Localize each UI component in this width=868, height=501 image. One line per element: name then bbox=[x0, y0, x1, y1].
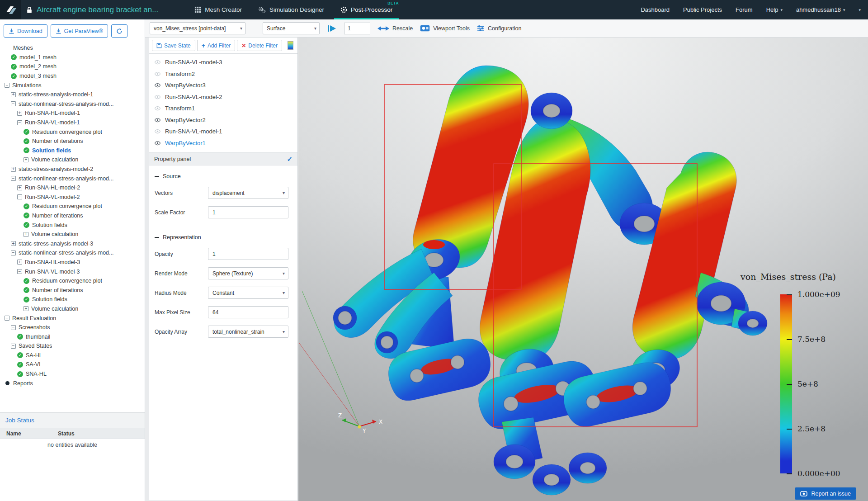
tree-item-run-sna-vl-model-3[interactable]: −Run-SNA-VL-model-3 bbox=[0, 267, 145, 276]
visibility-eye-icon[interactable] bbox=[154, 59, 161, 66]
tree-item-model-2-mesh[interactable]: ✓model_2 mesh bbox=[0, 62, 145, 71]
visibility-eye-icon[interactable] bbox=[154, 128, 161, 135]
tree-item-run-sna-hl-model-3[interactable]: +Run-SNA-HL-model-3 bbox=[0, 258, 145, 267]
add-filter-button[interactable]: + Add Filter bbox=[197, 40, 236, 51]
visibility-eye-icon[interactable] bbox=[154, 71, 161, 77]
viewport-3d[interactable]: Z X Y von_Mises_stress (Pa) 1.000e+097.5… bbox=[298, 38, 868, 501]
tree-item-number-of-iterations[interactable]: ✓Number of iterations bbox=[0, 211, 145, 221]
tree-item-static-nonlinear-stress-analysis-mod[interactable]: −static-nonlinear-stress-analysis-mod... bbox=[0, 174, 145, 183]
collapse-minus-icon[interactable]: − bbox=[11, 325, 16, 330]
pipeline-item-run-sna-vl-model-2[interactable]: Run-SNA-VL-model-2 bbox=[149, 91, 297, 103]
tab-simulation-designer[interactable]: Simulation Designer bbox=[250, 0, 332, 19]
report-issue-button[interactable]: Report an issue bbox=[795, 487, 856, 500]
pipeline-item-run-sna-vl-model-3[interactable]: Run-SNA-VL-model-3 bbox=[149, 57, 297, 68]
play-button[interactable] bbox=[327, 24, 337, 33]
tree-item-meshes[interactable]: Meshes bbox=[0, 43, 145, 53]
expand-plus-icon[interactable]: + bbox=[11, 92, 16, 97]
source-section-title[interactable]: Source bbox=[155, 173, 292, 180]
collapse-minus-icon[interactable]: − bbox=[5, 316, 9, 321]
collapse-minus-icon[interactable]: − bbox=[11, 250, 16, 255]
viewport-tools-button[interactable]: Viewport Tools bbox=[420, 25, 470, 32]
tab-mesh-creator[interactable]: Mesh Creator bbox=[186, 0, 250, 19]
expand-plus-icon[interactable]: + bbox=[17, 260, 22, 265]
opacity-input[interactable] bbox=[208, 248, 288, 260]
tree-item-model-3-mesh[interactable]: ✓model_3 mesh bbox=[0, 71, 145, 81]
representation-section-title[interactable]: Representation bbox=[155, 234, 292, 241]
tree-item-residuum-convergence-plot[interactable]: ✓Residuum convergence plot bbox=[0, 127, 145, 137]
max-pixel-size-input[interactable] bbox=[208, 306, 288, 318]
tree-item-residuum-convergence-plot[interactable]: ✓Residuum convergence plot bbox=[0, 202, 145, 211]
tree-item-sna-hl[interactable]: ✓SNA-HL bbox=[0, 369, 145, 379]
tree-item-simulations[interactable]: −Simulations bbox=[0, 80, 145, 90]
tree-item-model-1-mesh[interactable]: ✓model_1 mesh bbox=[0, 53, 145, 62]
tree-item-solution-fields[interactable]: ✓Solution fields bbox=[0, 146, 145, 156]
more-menu[interactable]: ▾ bbox=[859, 8, 861, 12]
expand-plus-icon[interactable]: + bbox=[24, 306, 28, 311]
pipeline-item-transform1[interactable]: Transform1 bbox=[149, 103, 297, 114]
tree-item-sa-vl[interactable]: ✓SA-VL bbox=[0, 360, 145, 369]
save-state-button[interactable]: Save State bbox=[152, 40, 195, 51]
tab-post-processor[interactable]: Post-Processor BETA bbox=[332, 0, 401, 19]
tree-item-number-of-iterations[interactable]: ✓Number of iterations bbox=[0, 285, 145, 295]
pipeline-item-run-sna-vl-model-1[interactable]: Run-SNA-VL-model-1 bbox=[149, 126, 297, 137]
tree-item-thumbnail[interactable]: ✓thumbnail bbox=[0, 332, 145, 341]
representation-select[interactable]: Surface ▾ bbox=[263, 22, 320, 34]
collapse-minus-icon[interactable]: − bbox=[17, 269, 22, 274]
frame-input[interactable] bbox=[344, 23, 370, 34]
collapse-minus-icon[interactable]: − bbox=[11, 176, 16, 181]
collapse-minus-icon[interactable]: − bbox=[11, 344, 16, 349]
tree-item-solution-fields[interactable]: ✓Solution fields bbox=[0, 295, 145, 304]
tree-item-static-nonlinear-stress-analysis-mod[interactable]: −static-nonlinear-stress-analysis-mod... bbox=[0, 99, 145, 109]
tree-item-result-evaluation[interactable]: −Result Evaluation bbox=[0, 313, 145, 323]
field-select[interactable]: von_Mises_stress [point-data] ▾ bbox=[150, 22, 245, 34]
visibility-eye-icon[interactable] bbox=[154, 105, 161, 112]
tree-item-run-sna-hl-model-2[interactable]: +Run-SNA-HL-model-2 bbox=[0, 183, 145, 193]
tree-item-number-of-iterations[interactable]: ✓Number of iterations bbox=[0, 137, 145, 146]
scale-factor-input[interactable] bbox=[208, 206, 288, 218]
radius-mode-select[interactable]: Constant ▾ bbox=[208, 287, 288, 299]
render-mode-select[interactable]: Sphere (Texture) ▾ bbox=[208, 267, 288, 279]
tree-item-static-stress-analysis-model-3[interactable]: +static-stress-analysis-model-3 bbox=[0, 239, 145, 248]
user-menu[interactable]: ahmedhussain18▾ bbox=[796, 6, 845, 13]
link-dashboard[interactable]: Dashboard bbox=[641, 6, 670, 13]
visibility-eye-icon[interactable] bbox=[154, 140, 161, 147]
visibility-eye-icon[interactable] bbox=[154, 82, 161, 89]
expand-plus-icon[interactable]: + bbox=[11, 241, 16, 246]
expand-plus-icon[interactable]: + bbox=[24, 157, 28, 162]
expand-plus-icon[interactable]: + bbox=[11, 167, 16, 172]
tree-item-residuum-convergence-plot[interactable]: ✓Residuum convergence plot bbox=[0, 276, 145, 286]
tree-item-run-sna-hl-model-1[interactable]: +Run-SNA-HL-model-1 bbox=[0, 109, 145, 118]
visibility-eye-icon[interactable] bbox=[154, 117, 161, 123]
pipeline-item-warpbyvector1[interactable]: WarpByVector1 bbox=[149, 137, 297, 149]
tree-item-volume-calculation[interactable]: +Volume calculation bbox=[0, 304, 145, 314]
link-help[interactable]: Help▾ bbox=[766, 6, 783, 13]
get-paraview-button[interactable]: Get ParaView® bbox=[51, 24, 108, 38]
collapse-minus-icon[interactable]: − bbox=[17, 194, 22, 199]
delete-filter-button[interactable]: ✕ Delete Filter bbox=[237, 40, 282, 51]
pipeline-item-transform2[interactable]: Transform2 bbox=[149, 68, 297, 80]
download-button[interactable]: Download bbox=[4, 24, 47, 38]
tree-item-reports[interactable]: Reports bbox=[0, 378, 145, 388]
tree-item-run-sna-vl-model-1[interactable]: −Run-SNA-VL-model-1 bbox=[0, 118, 145, 128]
expand-plus-icon[interactable]: + bbox=[24, 232, 28, 237]
link-public-projects[interactable]: Public Projects bbox=[683, 6, 722, 13]
tree-item-static-stress-analysis-model-1[interactable]: +static-stress-analysis-model-1 bbox=[0, 90, 145, 99]
project-title[interactable]: Aircraft engine bearing bracket an... bbox=[37, 5, 158, 14]
tree-item-volume-calculation[interactable]: +Volume calculation bbox=[0, 155, 145, 165]
opacity-array-select[interactable]: total_nonlinear_strain ▾ bbox=[208, 326, 288, 338]
collapse-minus-icon[interactable]: − bbox=[17, 120, 22, 125]
link-forum[interactable]: Forum bbox=[736, 6, 753, 13]
rescale-button[interactable]: Rescale bbox=[377, 25, 413, 32]
collapse-minus-icon[interactable]: − bbox=[5, 83, 9, 88]
apply-check-icon[interactable]: ✓ bbox=[287, 155, 292, 163]
configuration-button[interactable]: Configuration bbox=[477, 25, 521, 32]
tree-item-solution-fields[interactable]: ✓Solution fields bbox=[0, 220, 145, 230]
expand-plus-icon[interactable]: + bbox=[17, 185, 22, 190]
pipeline-item-warpbyvector2[interactable]: WarpByVector2 bbox=[149, 114, 297, 126]
refresh-button[interactable] bbox=[111, 24, 127, 38]
pipeline-item-warpbyvector3[interactable]: WarpByVector3 bbox=[149, 80, 297, 91]
tree-item-screenshots[interactable]: −Screenshots bbox=[0, 323, 145, 332]
visibility-eye-icon[interactable] bbox=[154, 94, 161, 100]
tree-item-sa-hl[interactable]: ✓SA-HL bbox=[0, 351, 145, 360]
simscale-logo[interactable] bbox=[0, 0, 21, 19]
